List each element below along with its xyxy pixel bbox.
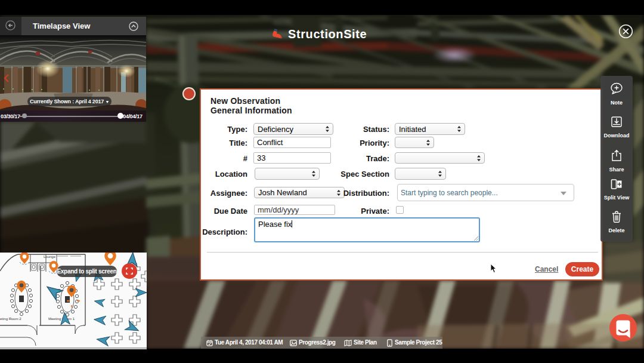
svg-text:eting Room 2: eting Room 2 (0, 317, 21, 321)
svg-text:Lounge: Lounge (44, 255, 56, 259)
svg-text:Meeting Room 1: Meeting Room 1 (48, 317, 75, 321)
